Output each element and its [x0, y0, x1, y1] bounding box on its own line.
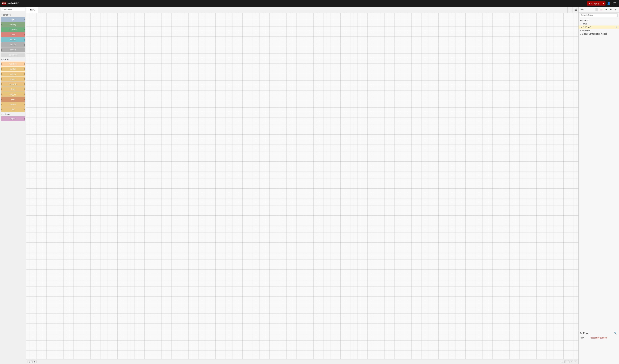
- node-item-inject[interactable]: inject: [1, 17, 25, 22]
- bottom-info-title: 🗋 Flow 1: [580, 332, 613, 335]
- node-label-link-in: link in: [2, 43, 24, 46]
- nav-down-button[interactable]: ▼: [32, 360, 37, 363]
- node-label-link-out: link out: [2, 49, 24, 51]
- node-label-delay: delay: [2, 88, 24, 91]
- search-nodes-input[interactable]: [1, 8, 25, 11]
- node-port-left-link-out: [1, 49, 2, 51]
- subflows-section[interactable]: ▶ Subflows: [579, 29, 619, 32]
- flows-section[interactable]: ▾ Flows: [579, 22, 619, 26]
- category-header-network[interactable]: ▾network: [0, 112, 26, 116]
- node-item-random[interactable]: random: [1, 102, 25, 107]
- flows-tree: Autodesk ▾ Flows ▶ 🗋 Flow 1 ▶ Subflows ▶: [579, 18, 619, 330]
- node-port-right-status: [24, 39, 25, 40]
- node-port-left-delay: [1, 88, 2, 90]
- search-nodes-container: [0, 7, 26, 12]
- nodes-list: ▾commoninjectdebugcompletecatchstatuslin…: [0, 12, 26, 364]
- node-port-right-range: [24, 78, 25, 80]
- node-item-function-node[interactable]: function: [1, 62, 25, 66]
- bottom-info-header: 🗋 Flow 1 🔍: [579, 330, 619, 336]
- svg-rect-4: [5, 3, 6, 4]
- nav-up-button[interactable]: ▲: [28, 360, 32, 363]
- node-item-trigger[interactable]: trigger: [1, 92, 25, 97]
- zoom-out-button[interactable]: −: [565, 360, 569, 363]
- node-port-right-complete: [24, 29, 25, 30]
- info-tab-info[interactable]: i: [595, 8, 598, 11]
- category-label-network: network: [3, 113, 10, 115]
- node-port-left-exec: [1, 99, 2, 100]
- node-item-mqtt-in[interactable]: mqtt in: [1, 116, 25, 121]
- bottom-info-search-button[interactable]: 🔍: [613, 331, 618, 335]
- node-item-complete[interactable]: complete: [1, 27, 25, 32]
- node-item-rbe[interactable]: rbe: [1, 107, 25, 112]
- node-port-left-random: [1, 104, 2, 105]
- category-label-function: function: [3, 58, 10, 61]
- node-item-link-in[interactable]: link in: [1, 42, 25, 47]
- node-item-delay[interactable]: delay: [1, 87, 25, 92]
- app-name: Node-RED: [7, 2, 19, 5]
- node-port-right-link-in: [24, 44, 25, 46]
- info-row-flow: Flow "cecdb5c0.c8dd38": [579, 336, 619, 340]
- category-header-common[interactable]: ▾common: [0, 13, 26, 17]
- add-tab-button[interactable]: +: [567, 7, 573, 13]
- node-label-template: template: [2, 83, 24, 85]
- node-label-comment: comment: [2, 54, 24, 56]
- info-panel: info i 📖 ⚑ ⚑ ⚙ Autodesk ▾ Flows ▶ 🗋: [579, 7, 619, 330]
- node-item-range[interactable]: range: [1, 77, 25, 81]
- node-item-debug[interactable]: debug: [1, 22, 25, 27]
- info-tab-book[interactable]: 📖: [599, 8, 604, 11]
- node-item-status[interactable]: status: [1, 37, 25, 42]
- subflows-label: Subflows: [582, 29, 590, 32]
- deploy-icon: [589, 2, 592, 5]
- node-port-right-exec: [24, 99, 25, 100]
- info-tab-palette[interactable]: ⚑: [609, 8, 613, 11]
- global-config-section[interactable]: ▶ Global Configuration Nodes: [579, 32, 619, 36]
- canvas-area: Flow 1 + ☰ ▲ ▼ ⊡ − ○ +: [26, 7, 578, 364]
- search-flows-input[interactable]: [580, 13, 618, 17]
- flow1-status-dot: [616, 27, 617, 28]
- node-port-left-template: [1, 83, 2, 85]
- user-button[interactable]: 👤: [605, 1, 612, 6]
- category-header-function[interactable]: ▾function: [0, 58, 26, 61]
- canvas-nav-right: ⊡ − ○ +: [561, 360, 577, 363]
- deploy-button[interactable]: Deploy: [587, 1, 602, 6]
- bottom-info-panel: 🗋 Flow 1 🔍 Flow "cecdb5c0.c8dd38": [579, 330, 619, 364]
- category-chevron-network: ▾: [1, 113, 2, 115]
- flow-tab-flow1[interactable]: Flow 1: [26, 7, 38, 13]
- node-label-switch: switch: [2, 68, 24, 70]
- tab-menu-button[interactable]: ☰: [573, 7, 578, 13]
- node-item-switch[interactable]: switch: [1, 67, 25, 71]
- node-item-catch[interactable]: catch: [1, 32, 25, 37]
- node-item-comment[interactable]: comment: [1, 53, 25, 57]
- node-item-template[interactable]: template: [1, 82, 25, 87]
- logo-icon: [2, 2, 6, 5]
- subflows-chevron: ▶: [580, 30, 581, 32]
- flow-canvas[interactable]: [26, 13, 578, 359]
- svg-rect-1: [2, 2, 3, 3]
- flow1-chevron: ▶: [581, 26, 582, 28]
- deploy-dropdown-button[interactable]: ▾: [602, 1, 605, 6]
- node-port-right-change: [24, 73, 25, 75]
- node-port-right-template: [24, 83, 25, 85]
- zoom-in-button[interactable]: +: [574, 360, 577, 363]
- node-label-change: change: [2, 73, 24, 75]
- node-label-exec: exec: [2, 98, 24, 101]
- node-port-right-switch: [24, 68, 25, 70]
- node-item-link-out[interactable]: link out: [1, 47, 25, 52]
- node-item-exec[interactable]: exec: [1, 97, 25, 102]
- node-port-left-range: [1, 78, 2, 80]
- node-label-inject: inject: [2, 18, 24, 21]
- node-port-right-function-node: [24, 63, 25, 65]
- info-key-flow: Flow: [580, 337, 590, 339]
- category-chevron-function: ▾: [1, 59, 2, 60]
- zoom-reset-button[interactable]: ○: [569, 360, 573, 363]
- info-tab-gear[interactable]: ⚙: [614, 8, 618, 11]
- info-tab-flag[interactable]: ⚑: [604, 8, 608, 11]
- node-item-change[interactable]: change: [1, 72, 25, 77]
- fit-button[interactable]: ⊡: [561, 360, 565, 363]
- menu-button[interactable]: ☰: [612, 1, 617, 6]
- svg-rect-8: [591, 3, 591, 4]
- search-flows-bar: [579, 13, 619, 18]
- svg-rect-7: [590, 3, 590, 4]
- flow1-item[interactable]: ▶ 🗋 Flow 1: [579, 26, 619, 29]
- flows-chevron: ▾: [580, 23, 581, 25]
